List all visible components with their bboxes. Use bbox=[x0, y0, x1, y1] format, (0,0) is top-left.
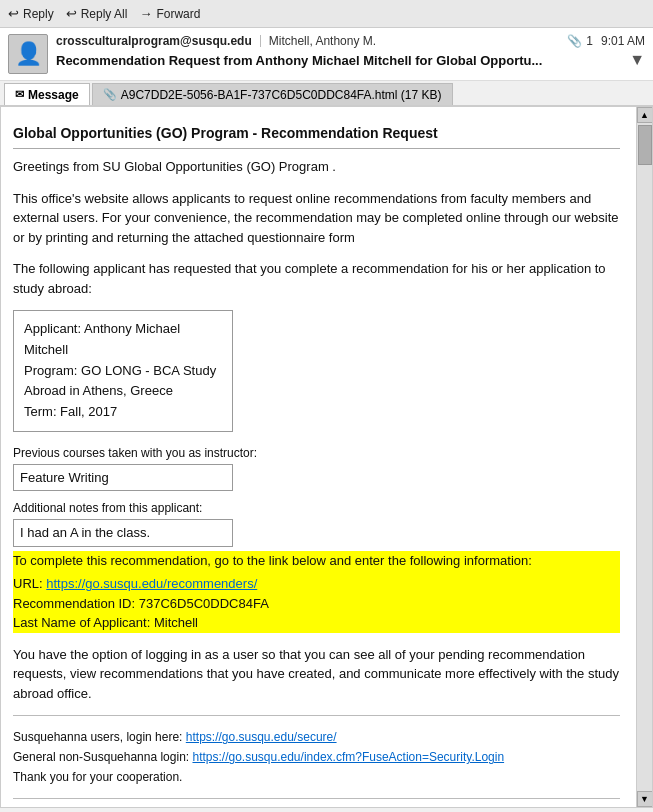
rec-id-line: Recommendation ID: 737C6D5C0DDC84FA bbox=[13, 594, 620, 614]
scrollbar[interactable]: ▲ ▼ bbox=[636, 107, 652, 807]
applicant-box: Applicant: Anthony Michael Mitchell Prog… bbox=[13, 310, 233, 432]
url-label: URL: bbox=[13, 576, 46, 591]
attachment-count: 1 bbox=[586, 34, 593, 48]
notes-value: I had an A in the class. bbox=[13, 519, 233, 547]
scroll-down-arrow[interactable]: ▼ bbox=[637, 791, 653, 807]
email-subject-row: Recommendation Request from Anthony Mich… bbox=[56, 51, 645, 69]
email-header: 👤 crossculturalprogram@susqu.edu Mitchel… bbox=[0, 28, 653, 81]
paperclip-icon: 📎 bbox=[567, 34, 582, 48]
email-from-separator bbox=[260, 35, 261, 47]
reply-icon: ↩ bbox=[8, 6, 19, 21]
avatar: 👤 bbox=[8, 34, 48, 74]
applicant-name: Applicant: Anthony Michael Mitchell bbox=[24, 319, 222, 361]
rec-id-label: Recommendation ID: bbox=[13, 596, 139, 611]
courses-value: Feature Writing bbox=[13, 464, 233, 492]
avatar-icon: 👤 bbox=[15, 41, 42, 67]
thank-you: Thank you for your cooperation. bbox=[13, 768, 620, 786]
forward-icon: → bbox=[139, 6, 152, 21]
tab-attachment[interactable]: 📎 A9C7DD2E-5056-BA1F-737C6D5C0DDC84FA.ht… bbox=[92, 83, 453, 105]
scroll-thumb[interactable] bbox=[638, 125, 652, 165]
last-name-line: Last Name of Applicant: Mitchell bbox=[13, 613, 620, 633]
message-tab-icon: ✉ bbox=[15, 88, 24, 101]
login-susqu-link[interactable]: https://go.susqu.edu/secure/ bbox=[186, 730, 337, 744]
option-para: You have the option of logging in as a u… bbox=[13, 645, 620, 704]
reply-all-label: Reply All bbox=[81, 7, 128, 21]
email-time: 9:01 AM bbox=[601, 34, 645, 48]
applicant-program: Program: GO LONG - BCA Study Abroad in A… bbox=[24, 361, 222, 403]
rec-id-value: 737C6D5C0DDC84FA bbox=[139, 596, 269, 611]
attachment-tab-icon: 📎 bbox=[103, 88, 117, 101]
courses-label: Previous courses taken with you as instr… bbox=[13, 444, 620, 462]
forward-button[interactable]: → Forward bbox=[139, 6, 200, 21]
tab-message[interactable]: ✉ Message bbox=[4, 83, 90, 105]
login-general-line: General non-Susquehanna login: https://g… bbox=[13, 748, 620, 766]
url-link[interactable]: https://go.susqu.edu/recommenders/ bbox=[46, 576, 257, 591]
reply-label: Reply bbox=[23, 7, 54, 21]
reply-all-button[interactable]: ↩ Reply All bbox=[66, 6, 128, 21]
last-name-value: Mitchell bbox=[154, 615, 198, 630]
login-general-link[interactable]: https://go.susqu.edu/index.cfm?FuseActio… bbox=[192, 750, 504, 764]
email-para-2: The following applicant has requested th… bbox=[13, 259, 620, 298]
email-body-wrapper: Global Opportunities (GO) Program - Reco… bbox=[0, 106, 653, 808]
scroll-track[interactable] bbox=[637, 123, 652, 791]
email-meta: crossculturalprogram@susqu.edu Mitchell,… bbox=[56, 34, 645, 69]
complete-section: To complete this recommendation, go to t… bbox=[13, 551, 620, 633]
email-body: Global Opportunities (GO) Program - Reco… bbox=[1, 107, 636, 807]
notes-label: Additional notes from this applicant: bbox=[13, 499, 620, 517]
complete-text: To complete this recommendation, go to t… bbox=[13, 551, 620, 571]
email-from: crossculturalprogram@susqu.edu bbox=[56, 34, 252, 48]
url-line: URL: https://go.susqu.edu/recommenders/ bbox=[13, 574, 620, 594]
scroll-up-arrow[interactable]: ▲ bbox=[637, 107, 653, 123]
email-to: Mitchell, Anthony M. bbox=[269, 34, 376, 48]
divider bbox=[13, 715, 620, 716]
expand-button[interactable]: ▼ bbox=[629, 51, 645, 69]
email-subject: Recommendation Request from Anthony Mich… bbox=[56, 53, 625, 68]
tab-message-label: Message bbox=[28, 88, 79, 102]
reply-button[interactable]: ↩ Reply bbox=[8, 6, 54, 21]
reply-all-icon: ↩ bbox=[66, 6, 77, 21]
attachment-info: 📎 1 bbox=[567, 34, 593, 48]
tab-bar: ✉ Message 📎 A9C7DD2E-5056-BA1F-737C6D5C0… bbox=[0, 81, 653, 106]
login-susqu-line: Susquehanna users, login here: https://g… bbox=[13, 728, 620, 746]
forward-label: Forward bbox=[156, 7, 200, 21]
toolbar: ↩ Reply ↩ Reply All → Forward bbox=[0, 0, 653, 28]
applicant-term: Term: Fall, 2017 bbox=[24, 402, 222, 423]
email-title: Global Opportunities (GO) Program - Reco… bbox=[13, 123, 620, 149]
login-general-label: General non-Susquehanna login: bbox=[13, 750, 192, 764]
email-from-row: crossculturalprogram@susqu.edu Mitchell,… bbox=[56, 34, 645, 48]
login-susqu-label: Susquehanna users, login here: bbox=[13, 730, 186, 744]
divider-2 bbox=[13, 798, 620, 799]
last-name-label: Last Name of Applicant: bbox=[13, 615, 154, 630]
email-greeting: Greetings from SU Global Opportunities (… bbox=[13, 157, 620, 177]
tab-attachment-label: A9C7DD2E-5056-BA1F-737C6D5C0DDC84FA.html… bbox=[121, 88, 442, 102]
email-para-1: This office's website allows applicants … bbox=[13, 189, 620, 248]
